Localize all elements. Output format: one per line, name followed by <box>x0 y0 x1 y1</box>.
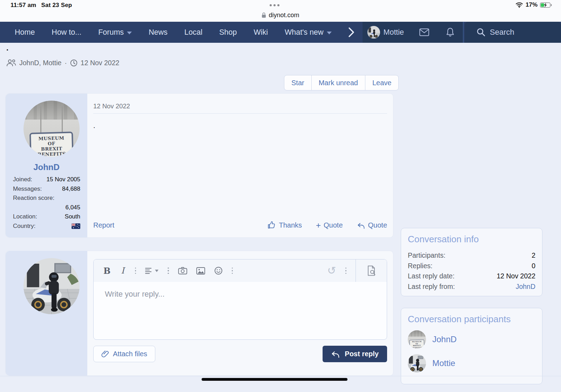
chevron-down-icon[interactable] <box>127 32 132 34</box>
status-time: 11:57 am <box>11 2 36 8</box>
camera-button[interactable] <box>178 267 187 275</box>
thanks-button[interactable]: Thanks <box>267 221 302 230</box>
report-link[interactable]: Report <box>93 221 114 229</box>
post-date: 12 Nov 2022 <box>93 102 130 110</box>
nav-search-label: Search <box>490 28 514 37</box>
nav-account[interactable]: Mottie <box>363 22 411 43</box>
nav-search[interactable]: Search <box>465 22 561 43</box>
status-bar: 11:57 amSat 23 Sep 17% diynot.com <box>0 0 561 22</box>
last-reply-date-label: Last reply date: <box>408 271 454 282</box>
chevron-right-icon <box>348 27 355 38</box>
mark-unread-button[interactable]: Mark unread <box>311 75 365 90</box>
post-author-panel: MUSEUM OF BREXIT BENEFITS JohnD Joined:1… <box>6 94 87 237</box>
emoji-button[interactable] <box>214 266 223 275</box>
author-stats: Joined:15 Nov 2005 Messages:84,688 React… <box>13 175 80 231</box>
status-dots-icon[interactable] <box>270 4 279 6</box>
nav-home[interactable]: Home <box>0 22 43 43</box>
nav-news-label: News <box>149 28 168 37</box>
meta-participants[interactable]: JohnD, Mottie <box>19 59 61 67</box>
chevron-down-icon <box>155 270 158 272</box>
participant-row: MUSEUM OF BREXIT BENEFITS JohnD <box>408 330 535 349</box>
post-bubble-arrow <box>87 110 92 119</box>
attach-files-button[interactable]: Attach files <box>93 346 155 362</box>
undo-button[interactable]: ↺ <box>327 265 336 276</box>
country-label: Country: <box>13 222 35 231</box>
more-options-icon[interactable] <box>232 268 233 274</box>
avatar-sign-text: MUSEUM OF BREXIT BENEFITS <box>410 339 425 349</box>
conversation-participants-title: Conversation participants <box>408 314 535 325</box>
battery-charging-icon <box>540 2 552 8</box>
preview-button[interactable] <box>356 259 387 282</box>
multi-quote-button[interactable]: + Quote <box>316 221 343 230</box>
johnd-avatar[interactable]: MUSEUM OF BREXIT BENEFITS <box>23 101 80 157</box>
participant-mottie-link[interactable]: Mottie <box>432 358 455 368</box>
bold-button[interactable]: B <box>103 266 110 276</box>
nav-whats-new-label: What's new <box>285 28 323 37</box>
home-indicator[interactable] <box>202 378 347 381</box>
envelope-icon <box>419 28 429 36</box>
nav-local[interactable]: Local <box>176 22 211 43</box>
italic-button[interactable]: I <box>120 266 126 276</box>
nav-shop-label: Shop <box>219 28 237 37</box>
address-bar[interactable]: diynot.com <box>0 10 561 20</box>
nav-expand-chevron[interactable] <box>340 22 363 43</box>
nav-shop[interactable]: Shop <box>211 22 245 43</box>
last-reply-from-label: Last reply from: <box>408 282 455 292</box>
chevron-down-icon[interactable] <box>327 32 332 34</box>
participants-icon <box>6 59 16 67</box>
nav-news[interactable]: News <box>140 22 176 43</box>
conversation-meta: JohnD, Mottie · 12 Nov 2022 <box>6 59 119 67</box>
participant-johnd-link[interactable]: JohnD <box>432 334 457 344</box>
post-reply-button[interactable]: Post reply <box>323 346 387 362</box>
image-icon <box>196 267 205 275</box>
leave-label: Leave <box>372 79 392 87</box>
paperclip-icon <box>101 350 109 358</box>
reaction-label: Reaction score: <box>13 194 80 203</box>
post-divider <box>93 113 387 114</box>
last-reply-from-link[interactable]: JohnD <box>516 282 535 292</box>
replies-value: 0 <box>532 261 535 271</box>
plus-icon: + <box>316 221 321 230</box>
align-button[interactable] <box>145 268 158 274</box>
star-button[interactable]: Star <box>284 75 311 90</box>
nav-local-label: Local <box>184 28 202 37</box>
more-options-icon[interactable] <box>168 268 169 274</box>
image-button[interactable] <box>196 267 205 275</box>
nav-divider <box>463 22 464 43</box>
reply-input[interactable]: Write your reply... <box>105 290 164 299</box>
thread-action-buttons: Star Mark unread Leave <box>284 75 399 90</box>
more-options-icon[interactable] <box>345 268 347 274</box>
post-footer: Report Thanks + Quote Quote <box>93 221 387 230</box>
nav-whats-new[interactable]: What's new <box>276 22 340 43</box>
reply-editor[interactable]: B I ↺ <box>93 259 387 340</box>
leave-button[interactable]: Leave <box>365 75 399 90</box>
nav-alerts[interactable] <box>438 22 463 43</box>
main-navbar: Home How to... Forums News Local Shop Wi… <box>0 22 561 43</box>
nav-messages[interactable] <box>411 22 438 43</box>
content-bottom-rule <box>0 376 561 376</box>
nav-how-to[interactable]: How to... <box>43 22 90 43</box>
location-label: Location: <box>13 212 37 222</box>
reply-author-panel <box>6 251 87 376</box>
johnd-avatar[interactable]: MUSEUM OF BREXIT BENEFITS <box>408 330 426 349</box>
mottie-avatar[interactable] <box>23 258 80 314</box>
wifi-icon <box>515 2 523 8</box>
nav-forums[interactable]: Forums <box>90 22 140 43</box>
more-options-icon[interactable] <box>135 268 136 274</box>
mottie-avatar[interactable] <box>408 354 426 372</box>
editor-toolbar: B I ↺ <box>94 259 356 282</box>
quote-reply-button[interactable]: Quote <box>357 221 387 229</box>
multi-quote-label: Quote <box>324 221 343 229</box>
user-avatar[interactable] <box>367 26 380 39</box>
post-author-name[interactable]: JohnD <box>6 162 87 172</box>
nav-username: Mottie <box>384 28 404 37</box>
nav-wiki[interactable]: Wiki <box>245 22 276 43</box>
participant-row: Mottie <box>408 354 535 372</box>
conversation-info-title: Conversation info <box>408 234 535 245</box>
participants-value: 2 <box>532 250 535 261</box>
star-label: Star <box>291 79 304 87</box>
post-reply-label: Post reply <box>345 350 379 358</box>
quote-label: Quote <box>368 221 387 229</box>
participants-label: Participants: <box>408 250 445 261</box>
conversation-participants-card: Conversation participants MUSEUM OF BREX… <box>401 308 542 384</box>
